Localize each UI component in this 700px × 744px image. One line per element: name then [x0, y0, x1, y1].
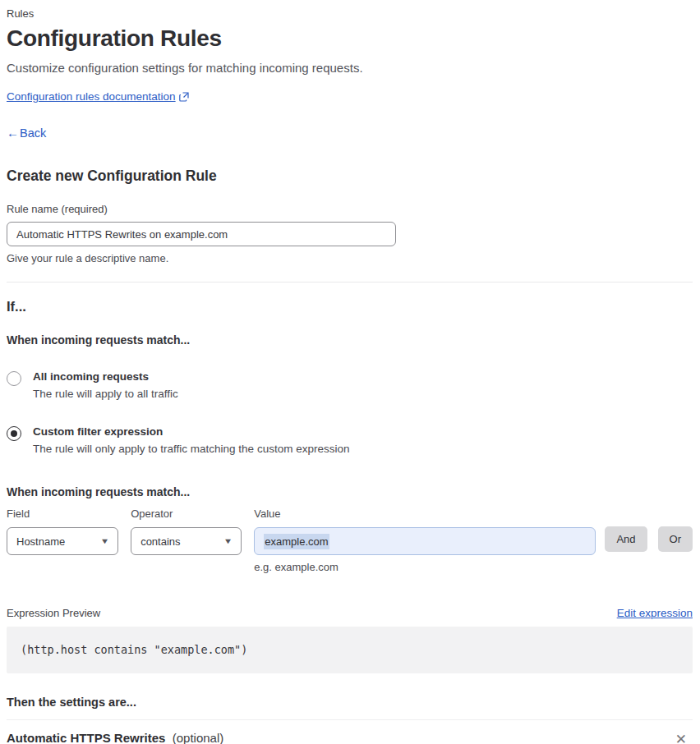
chevron-down-icon: ▼	[100, 537, 110, 545]
external-link-icon	[179, 92, 189, 102]
back-link[interactable]: ← Back	[7, 126, 46, 140]
radio-all-requests-label[interactable]: All incoming requests	[33, 370, 178, 383]
value-label: Value	[254, 507, 596, 520]
back-arrow-icon: ←	[7, 126, 19, 140]
then-heading: Then the settings are...	[7, 696, 693, 709]
rule-name-help: Give your rule a descriptive name.	[7, 252, 693, 264]
rule-name-label: Rule name (required)	[7, 203, 693, 215]
documentation-link[interactable]: Configuration rules documentation	[7, 90, 189, 103]
create-rule-heading: Create new Configuration Rule	[7, 168, 693, 185]
field-label: Field	[7, 507, 118, 520]
field-select-value: Hostname	[16, 535, 65, 548]
operator-label: Operator	[131, 507, 242, 520]
or-button[interactable]: Or	[658, 526, 693, 552]
close-icon[interactable]: ✕	[672, 731, 690, 744]
setting-title-text: Automatic HTTPS Rewrites	[7, 731, 165, 744]
page-title: Configuration Rules	[7, 25, 693, 52]
expression-preview-code: (http.host contains "example.com")	[7, 627, 693, 673]
radio-custom-filter-description: The rule will only apply to traffic matc…	[33, 443, 349, 455]
edit-expression-link[interactable]: Edit expression	[617, 607, 693, 619]
back-link-label: Back	[20, 126, 46, 140]
radio-all-requests-description: The rule will apply to all traffic	[33, 388, 178, 400]
setting-divider	[7, 719, 693, 720]
section-divider	[7, 282, 693, 282]
setting-optional-text: (optional)	[173, 731, 224, 744]
radio-custom-filter[interactable]	[7, 426, 21, 441]
radio-custom-filter-label[interactable]: Custom filter expression	[33, 425, 349, 438]
operator-select[interactable]: contains ▼	[131, 527, 242, 555]
radio-option-all-requests[interactable]: All incoming requests The rule will appl…	[7, 370, 693, 400]
page-subtitle: Customize configuration settings for mat…	[7, 61, 693, 75]
setting-title: Automatic HTTPS Rewrites (optional)	[7, 731, 223, 744]
incoming-match-heading: When incoming requests match...	[7, 333, 693, 347]
operator-select-value: contains	[140, 535, 180, 548]
field-select[interactable]: Hostname ▼	[7, 527, 118, 555]
and-button[interactable]: And	[605, 526, 647, 552]
breadcrumb: Rules	[7, 7, 693, 20]
radio-all-requests[interactable]	[7, 371, 21, 386]
documentation-link-label: Configuration rules documentation	[7, 90, 176, 103]
radio-option-custom-filter[interactable]: Custom filter expression The rule will o…	[7, 425, 693, 455]
chevron-down-icon: ▼	[223, 537, 233, 545]
value-help: e.g. example.com	[254, 561, 596, 573]
expression-preview-label: Expression Preview	[7, 607, 100, 619]
rule-name-input[interactable]	[7, 222, 396, 246]
configuration-rules-page: Rules Configuration Rules Customize conf…	[0, 0, 700, 744]
builder-heading: When incoming requests match...	[7, 485, 693, 498]
value-input[interactable]: example.com	[254, 527, 596, 555]
value-input-text: example.com	[264, 534, 329, 549]
if-heading: If...	[7, 299, 693, 315]
